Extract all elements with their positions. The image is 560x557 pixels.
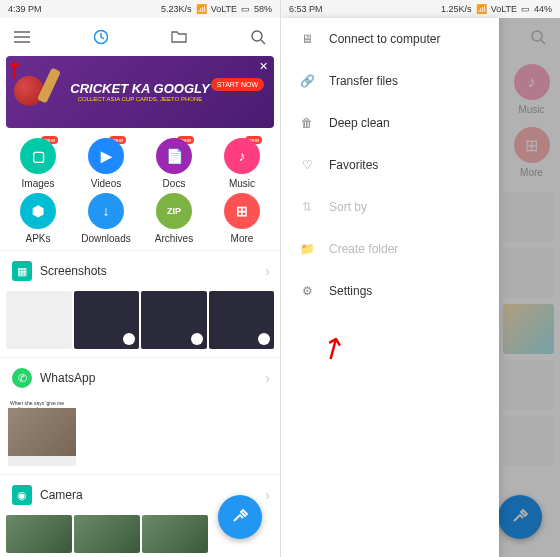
- folder-icon[interactable]: [171, 30, 187, 44]
- grid-item-downloads[interactable]: ↓Downloads: [74, 193, 138, 244]
- search-icon[interactable]: [250, 29, 266, 45]
- right-screenshot: 6:53 PM 1.25K/s 📶 VoLTE ▭ 44% ♪ Music ⊞ …: [280, 0, 560, 557]
- drawer-item-sort-by: ⇅Sort by: [281, 186, 499, 228]
- thumbnail[interactable]: [74, 291, 140, 349]
- heart-icon: ♡: [299, 158, 315, 172]
- drawer-item-connect-to-computer[interactable]: 🖥Connect to computer: [281, 18, 499, 60]
- docs-icon: 📄: [156, 138, 192, 174]
- link-icon: 🔗: [299, 74, 315, 88]
- left-screenshot: 4:39 PM 5.23K/s 📶 VoLTE ▭ 58% CRICKET KA…: [0, 0, 280, 557]
- grid-item-images[interactable]: new▢Images: [6, 138, 70, 189]
- close-icon[interactable]: ✕: [259, 60, 268, 73]
- hamburger-icon[interactable]: [14, 31, 30, 43]
- gear-icon: ⚙: [299, 284, 315, 298]
- clock-icon[interactable]: [93, 29, 109, 45]
- folder-icon: 📁: [299, 242, 315, 256]
- trash-icon: 🗑: [299, 116, 315, 130]
- whatsapp-thumbnail[interactable]: When she says 'give me anal' instead: [8, 398, 76, 466]
- screenshots-thumbs: [0, 291, 280, 357]
- whatsapp-section[interactable]: ✆ WhatsApp: [0, 357, 280, 398]
- clean-fab[interactable]: [218, 495, 262, 539]
- drawer-item-transfer-files[interactable]: 🔗Transfer files: [281, 60, 499, 102]
- downloads-icon: ↓: [88, 193, 124, 229]
- drawer-item-deep-clean[interactable]: 🗑Deep clean: [281, 102, 499, 144]
- monitor-icon: 🖥: [299, 32, 315, 46]
- camera-icon: ◉: [12, 485, 32, 505]
- images-icon: ▢: [20, 138, 56, 174]
- grid-item-videos[interactable]: new▶Videos: [74, 138, 138, 189]
- svg-point-1: [252, 31, 262, 41]
- apks-icon: ⬢: [20, 193, 56, 229]
- thumbnail[interactable]: [142, 515, 208, 553]
- grid-item-apks[interactable]: ⬢APKs: [6, 193, 70, 244]
- start-now-button[interactable]: START NOW: [211, 78, 264, 91]
- status-time: 6:53 PM: [289, 4, 323, 14]
- category-grid: new▢Imagesnew▶Videosnew📄Docsnew♪Music⬢AP…: [0, 128, 280, 250]
- grid-item-archives[interactable]: ZIPArchives: [142, 193, 206, 244]
- sort-icon: ⇅: [299, 200, 315, 214]
- grid-item-music[interactable]: new♪Music: [210, 138, 274, 189]
- screenshots-icon: ▦: [12, 261, 32, 281]
- thumbnail[interactable]: [209, 291, 275, 349]
- nav-drawer: 🖥Connect to computer🔗Transfer files🗑Deep…: [281, 18, 499, 557]
- videos-icon: ▶: [88, 138, 124, 174]
- thumbnail[interactable]: [6, 515, 72, 553]
- grid-item-more[interactable]: ⊞More: [210, 193, 274, 244]
- screenshots-section[interactable]: ▦ Screenshots: [0, 250, 280, 291]
- status-bar: 6:53 PM 1.25K/s 📶 VoLTE ▭ 44%: [281, 0, 560, 18]
- toolbar: [0, 18, 280, 56]
- thumbnail[interactable]: [74, 515, 140, 553]
- status-time: 4:39 PM: [8, 4, 42, 14]
- grid-item-docs[interactable]: new📄Docs: [142, 138, 206, 189]
- drawer-item-favorites[interactable]: ♡Favorites: [281, 144, 499, 186]
- music-icon: ♪: [224, 138, 260, 174]
- drawer-item-settings[interactable]: ⚙Settings: [281, 270, 499, 312]
- more-icon: ⊞: [224, 193, 260, 229]
- archives-icon: ZIP: [156, 193, 192, 229]
- thumbnail[interactable]: [141, 291, 207, 349]
- promo-banner[interactable]: CRICKET KA GOOGLY COLLECT ASIA CUP CARDS…: [6, 56, 274, 128]
- status-bar: 4:39 PM 5.23K/s 📶 VoLTE ▭ 58%: [0, 0, 280, 18]
- thumbnail[interactable]: [6, 291, 72, 349]
- whatsapp-icon: ✆: [12, 368, 32, 388]
- drawer-item-create-folder: 📁Create folder: [281, 228, 499, 270]
